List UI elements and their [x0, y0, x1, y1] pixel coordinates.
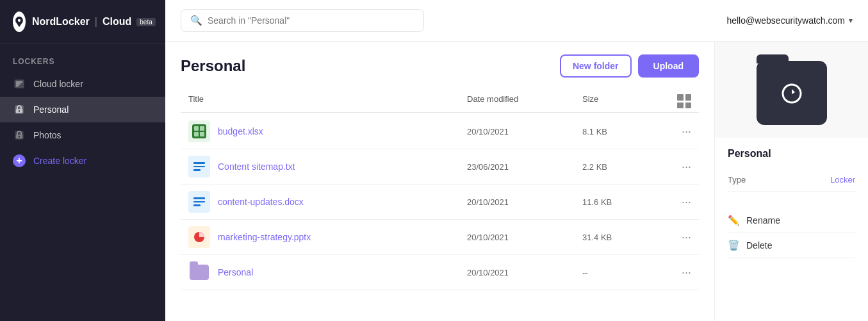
file-name-cell: content-updates.docx — [188, 191, 467, 213]
pencil-icon: ✏️ — [728, 215, 740, 226]
nordlocker-logo-in-folder — [776, 77, 808, 109]
content-area: Personal New folder Upload Title Date mo… — [165, 42, 868, 321]
file-name-cell: Content sitemap.txt — [188, 156, 467, 177]
type-value: Locker — [830, 175, 855, 185]
svg-rect-2 — [16, 81, 23, 83]
file-name-cell: Personal — [188, 261, 467, 283]
grid-view-icon[interactable] — [677, 94, 691, 108]
file-area: Personal New folder Upload Title Date mo… — [165, 42, 714, 321]
table-row[interactable]: Content sitemap.txt 23/06/2021 2.2 KB ··… — [181, 149, 699, 185]
file-more-button[interactable]: ··· — [659, 231, 691, 244]
right-panel: Personal Type Locker ✏️ Rename 🗑️ Delete — [714, 42, 868, 321]
search-icon: 🔍 — [190, 15, 202, 26]
file-more-button[interactable]: ··· — [659, 125, 691, 138]
table-row[interactable]: Personal 20/10/2021 -- ··· — [181, 255, 699, 290]
delete-label: Delete — [746, 240, 772, 251]
file-size: 11.6 KB — [582, 197, 659, 207]
sidebar-item-photos[interactable]: Photos — [0, 122, 165, 148]
app-title: NordLocker | Cloud beta — [32, 16, 156, 28]
create-locker-label: Create locker — [33, 156, 86, 166]
big-folder-icon — [757, 61, 827, 125]
cloud-locker-label: Cloud locker — [33, 79, 83, 89]
panel-info: Personal Type Locker — [715, 138, 868, 202]
txt-icon — [188, 156, 210, 177]
panel-folder-preview — [715, 42, 868, 138]
svg-rect-3 — [16, 83, 21, 85]
file-date: 20/10/2021 — [467, 268, 582, 277]
file-date: 20/10/2021 — [467, 197, 582, 207]
personal-label: Personal — [33, 104, 69, 115]
file-name-cell: marketing-strategy.pptx — [188, 226, 467, 248]
file-name: content-updates.docx — [218, 197, 304, 207]
photos-label: Photos — [33, 130, 61, 140]
table-row[interactable]: budget.xlsx 20/10/2021 8.1 KB ··· — [181, 114, 699, 149]
panel-type-row: Type Locker — [728, 169, 855, 192]
beta-badge: beta — [136, 18, 155, 26]
create-locker-item[interactable]: + Create locker — [0, 148, 165, 174]
rename-label: Rename — [746, 215, 780, 226]
lockers-section-label: Lockers — [0, 44, 165, 71]
delete-action[interactable]: 🗑️ Delete — [728, 233, 855, 258]
page-title: Personal — [181, 57, 245, 75]
search-input[interactable] — [208, 15, 414, 26]
personal-lock-icon — [13, 103, 26, 116]
file-name: marketing-strategy.pptx — [218, 232, 311, 242]
file-name: budget.xlsx — [218, 126, 263, 136]
chevron-down-icon: ▾ — [849, 16, 853, 25]
create-locker-icon: + — [13, 154, 26, 167]
file-size: -- — [582, 268, 659, 277]
file-date: 23/06/2021 — [467, 162, 582, 172]
search-bar[interactable]: 🔍 — [181, 9, 424, 32]
svg-rect-4 — [16, 85, 19, 86]
file-size: 31.4 KB — [582, 233, 659, 242]
header-actions: New folder Upload — [560, 54, 699, 78]
file-size: 2.2 KB — [582, 162, 659, 172]
view-toggle[interactable] — [659, 94, 691, 108]
svg-point-10 — [19, 136, 20, 137]
table-row[interactable]: content-updates.docx 20/10/2021 11.6 KB … — [181, 185, 699, 220]
panel-actions: ✏️ Rename 🗑️ Delete — [715, 202, 868, 265]
file-name: Content sitemap.txt — [218, 161, 295, 172]
folder-icon — [188, 261, 210, 283]
top-header: 🔍 hello@websecuritywatch.com ▾ — [165, 0, 868, 42]
docx-icon — [188, 191, 210, 213]
app-logo: NordLocker | Cloud beta — [0, 0, 165, 44]
file-table: Title Date modified Size — [181, 90, 699, 290]
rename-action[interactable]: ✏️ Rename — [728, 208, 855, 233]
svg-point-7 — [19, 110, 20, 111]
file-date: 20/10/2021 — [467, 127, 582, 136]
pptx-icon — [188, 226, 210, 248]
xlsx-icon — [188, 120, 210, 142]
file-size: 8.1 KB — [582, 127, 659, 136]
new-folder-button[interactable]: New folder — [560, 54, 632, 78]
sidebar-item-cloud-locker[interactable]: Cloud locker — [0, 71, 165, 97]
col-size-header: Size — [582, 94, 659, 108]
svg-point-0 — [18, 19, 20, 22]
user-email: hello@websecuritywatch.com — [726, 15, 845, 26]
sidebar: NordLocker | Cloud beta Lockers Cloud lo… — [0, 0, 165, 321]
user-menu[interactable]: hello@websecuritywatch.com ▾ — [726, 15, 853, 26]
panel-folder-name: Personal — [728, 148, 855, 160]
main-content: 🔍 hello@websecuritywatch.com ▾ Personal … — [165, 0, 868, 321]
table-row[interactable]: marketing-strategy.pptx 20/10/2021 31.4 … — [181, 220, 699, 255]
col-date-header: Date modified — [467, 94, 582, 108]
cloud-icon — [13, 78, 26, 90]
file-date: 20/10/2021 — [467, 233, 582, 242]
sidebar-item-personal[interactable]: Personal — [0, 97, 165, 122]
table-header: Title Date modified Size — [181, 90, 699, 113]
trash-icon: 🗑️ — [728, 240, 740, 251]
logo-icon — [13, 12, 26, 32]
file-more-button[interactable]: ··· — [659, 195, 691, 209]
col-title-header: Title — [188, 94, 467, 108]
type-label: Type — [728, 175, 746, 185]
photos-lock-icon — [13, 129, 26, 142]
file-more-button[interactable]: ··· — [659, 266, 691, 279]
file-area-header: Personal New folder Upload — [181, 54, 699, 78]
file-more-button[interactable]: ··· — [659, 160, 691, 174]
file-name: Personal — [218, 267, 253, 277]
upload-button[interactable]: Upload — [638, 54, 699, 78]
file-name-cell: budget.xlsx — [188, 120, 467, 142]
